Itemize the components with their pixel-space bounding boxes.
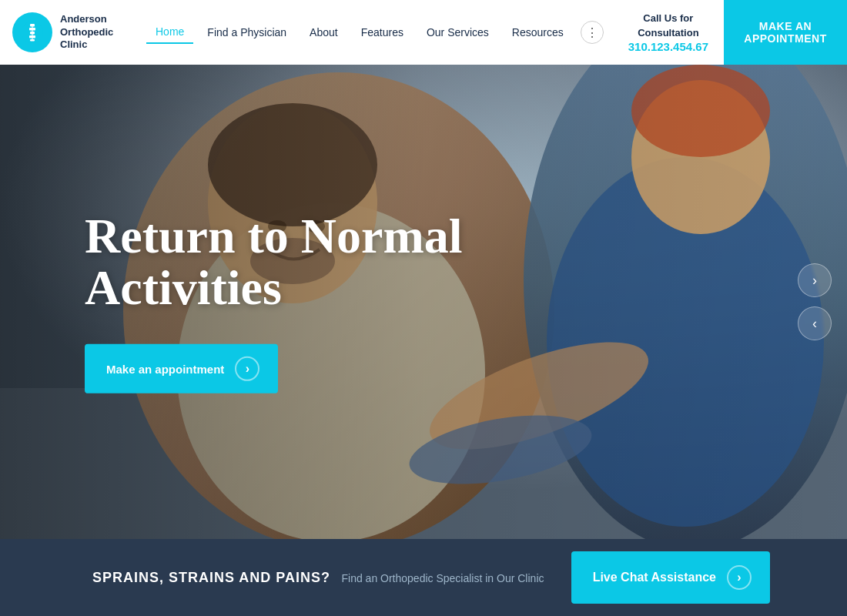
nav-item-find-physician[interactable]: Find a Physician	[198, 22, 296, 43]
nav-item-features[interactable]: Features	[352, 22, 413, 43]
make-appointment-button[interactable]: MAKE AN APPOINTMENT	[724, 0, 847, 65]
header-cta: Call Us for Consultation 310.123.454.67 …	[613, 0, 847, 65]
logo-icon	[12, 12, 52, 52]
call-box: Call Us for Consultation 310.123.454.67	[613, 12, 724, 52]
bottom-sub: Find an Orthopedic Specialist in Our Cli…	[341, 572, 544, 584]
slider-next-button[interactable]: ›	[798, 263, 832, 297]
hero-section: Return to Normal Activities Make an appo…	[0, 65, 847, 539]
phone-number[interactable]: 310.123.454.67	[628, 40, 708, 53]
slider-arrows: › ‹	[798, 263, 832, 340]
logo-text: Anderson Orthopedic Clinic	[60, 13, 113, 52]
live-chat-button[interactable]: Live Chat Assistance ›	[571, 551, 770, 604]
logo-area: Anderson Orthopedic Clinic	[0, 12, 139, 52]
bottom-bar-text: SPRAINS, STRAINS AND PAINS? Find an Orth…	[92, 570, 571, 586]
call-label: Call Us for Consultation	[628, 12, 708, 39]
live-chat-arrow-icon: ›	[727, 565, 752, 590]
nav-item-services[interactable]: Our Services	[417, 22, 498, 43]
appointment-button[interactable]: Make an appointment ›	[85, 344, 278, 393]
button-arrow-icon: ›	[235, 357, 259, 381]
bottom-bar: SPRAINS, STRAINS AND PAINS? Find an Orth…	[0, 539, 847, 616]
hero-title: Return to Normal Activities	[85, 210, 463, 313]
nav-item-resources[interactable]: Resources	[503, 22, 573, 43]
hero-content: Return to Normal Activities Make an appo…	[85, 210, 463, 393]
slider-prev-button[interactable]: ‹	[798, 306, 832, 340]
nav-item-home[interactable]: Home	[146, 21, 193, 44]
bottom-highlight: SPRAINS, STRAINS AND PAINS?	[92, 570, 330, 585]
nav-more-button[interactable]: ⋮	[581, 21, 604, 44]
main-nav: Home Find a Physician About Features Our…	[139, 21, 613, 44]
nav-item-about[interactable]: About	[300, 22, 347, 43]
site-header: Anderson Orthopedic Clinic Home Find a P…	[0, 0, 847, 65]
